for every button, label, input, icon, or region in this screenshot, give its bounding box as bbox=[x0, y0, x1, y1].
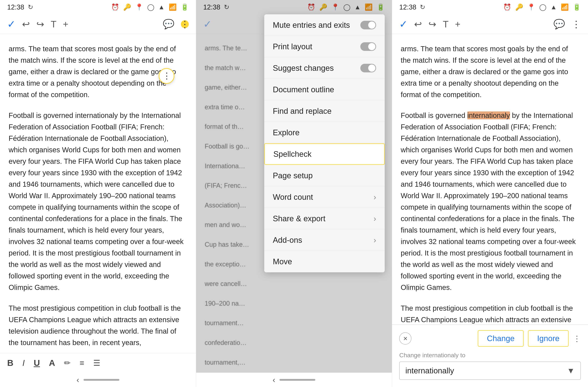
list-button[interactable]: ☰ bbox=[93, 358, 100, 367]
signal-icon-3: 📶 bbox=[561, 3, 569, 11]
arrow-word-count: › bbox=[374, 193, 376, 202]
menu-item-suggest-changes[interactable]: Suggest changes bbox=[264, 57, 385, 79]
menu-label-spellcheck: Spellcheck bbox=[273, 150, 312, 159]
menu-item-spellcheck[interactable]: Spellcheck bbox=[264, 143, 385, 165]
panel3-paragraph-2: Football is governed internationaly by t… bbox=[401, 110, 579, 293]
menu-label-document-outline: Document outline bbox=[273, 85, 334, 94]
menu-label-add-ons: Add-ons bbox=[273, 236, 302, 244]
alarm-icon: ⏰ bbox=[111, 3, 119, 11]
redo-button[interactable]: ↪ bbox=[36, 19, 44, 30]
back-arrow[interactable]: ‹ bbox=[77, 375, 79, 384]
arrow-add-ons: › bbox=[374, 236, 376, 244]
text-format-button-3[interactable]: T bbox=[443, 19, 448, 30]
menu-item-move[interactable]: Move bbox=[264, 251, 385, 272]
panel-2: 12:38 ↻ ⏰ 🔑 📍 ◯ ▲ 📶 🔋 ✓ arms. The te… th… bbox=[196, 0, 392, 387]
p2-before: Football is governed bbox=[401, 111, 467, 119]
wifi-icon-3: ▲ bbox=[550, 3, 557, 11]
change-button[interactable]: Change bbox=[478, 330, 524, 347]
misspelled-word: internationaly bbox=[467, 111, 510, 119]
check-button-3[interactable]: ✓ bbox=[399, 18, 408, 30]
highlight-button[interactable]: ✏ bbox=[64, 358, 71, 367]
bold-button[interactable]: B bbox=[7, 358, 13, 368]
toggle-print-layout[interactable] bbox=[360, 42, 376, 51]
battery-icon: 🔋 bbox=[181, 3, 189, 11]
toolbar-3: ✓ ↩ ↪ T + 💬 ⋮ bbox=[392, 14, 588, 34]
location-icon-3: 📍 bbox=[527, 3, 535, 11]
panel-1: 12:38 ↻ ⏰ 🔑 📍 ◯ ▲ 📶 🔋 ✓ ↩ ↪ T + 💬 ⋮ bbox=[0, 0, 196, 387]
signal-icon: 📶 bbox=[169, 3, 177, 11]
menu-item-find-replace[interactable]: Find and replace bbox=[264, 100, 385, 122]
time-3: 12:38 bbox=[399, 3, 416, 11]
sync-icon-3: ↻ bbox=[420, 3, 425, 11]
spellcheck-close-button[interactable]: × bbox=[399, 332, 411, 345]
redo-button-3[interactable]: ↪ bbox=[428, 19, 436, 30]
menu-label-print-layout: Print layout bbox=[273, 42, 312, 51]
comment-button[interactable]: 💬 bbox=[163, 19, 174, 30]
format-toolbar-1: B I U A ✏ ≡ ☰ bbox=[0, 353, 196, 373]
location-icon: 📍 bbox=[135, 3, 143, 11]
italic-button[interactable]: I bbox=[22, 358, 25, 368]
ignore-button[interactable]: Ignore bbox=[528, 330, 569, 347]
toggle-suggest-changes[interactable] bbox=[360, 64, 376, 72]
menu-item-add-ons[interactable]: Add-ons › bbox=[264, 229, 385, 251]
menu-item-explore[interactable]: Explore bbox=[264, 122, 385, 143]
comment-button-3[interactable]: 💬 bbox=[553, 19, 565, 30]
menu-item-mute[interactable]: Mute entries and exits bbox=[264, 14, 385, 36]
spellcheck-top-row: × Change Ignore ⋮ bbox=[399, 330, 581, 347]
menu-label-mute: Mute entries and exits bbox=[273, 20, 350, 30]
menu-label-move: Move bbox=[273, 257, 292, 266]
underline-button[interactable]: U bbox=[34, 358, 40, 368]
menu-label-word-count: Word count bbox=[273, 193, 313, 202]
menu-label-share-export: Share & export bbox=[273, 214, 326, 223]
doc-content-1: arms. The team that scores most goals by… bbox=[0, 34, 196, 353]
panel3-paragraph-1: arms. The team that scores most goals by… bbox=[401, 43, 579, 100]
menu-item-share-export[interactable]: Share & export › bbox=[264, 208, 385, 229]
menu-item-print-layout[interactable]: Print layout bbox=[264, 36, 385, 57]
home-indicator-1[interactable] bbox=[84, 379, 119, 381]
check-button[interactable]: ✓ bbox=[7, 18, 16, 30]
text-format-button[interactable]: T bbox=[51, 19, 57, 30]
home-indicator-2[interactable] bbox=[279, 379, 315, 381]
spellcheck-field-label: Change internationaly to bbox=[399, 352, 581, 359]
wifi-icon: ▲ bbox=[158, 3, 165, 11]
menu-label-find-replace: Find and replace bbox=[273, 107, 332, 116]
key-icon-3: 🔑 bbox=[515, 3, 523, 11]
suggestion-text: internationally bbox=[405, 366, 454, 375]
sync-icon: ↻ bbox=[28, 3, 33, 11]
menu-label-explore: Explore bbox=[273, 128, 299, 137]
more-icon: ⋮ bbox=[180, 19, 189, 30]
spellcheck-actions: Change Ignore ⋮ bbox=[478, 330, 581, 347]
status-bar-3: 12:38 ↻ ⏰ 🔑 📍 ◯ ▲ 📶 🔋 bbox=[392, 0, 588, 14]
close-icon: × bbox=[403, 334, 407, 343]
three-dot-menu-bubble[interactable]: ⋮ bbox=[159, 68, 174, 84]
circle-icon-3: ◯ bbox=[539, 3, 546, 11]
alarm-icon-3: ⏰ bbox=[503, 3, 511, 11]
paragraph-3: The most prestigious competition in club… bbox=[9, 303, 187, 348]
add-button-3[interactable]: + bbox=[455, 19, 460, 30]
undo-button[interactable]: ↩ bbox=[22, 19, 30, 30]
undo-button-3[interactable]: ↩ bbox=[414, 19, 422, 30]
spellcheck-bar: × Change Ignore ⋮ Change internationaly … bbox=[392, 325, 588, 387]
battery-icon-3: 🔋 bbox=[573, 3, 581, 11]
circle-icon: ◯ bbox=[147, 3, 154, 11]
text-color-button[interactable]: A bbox=[49, 358, 55, 368]
spellcheck-more-icon[interactable]: ⋮ bbox=[573, 334, 581, 343]
add-button[interactable]: + bbox=[63, 19, 68, 30]
back-arrow-2[interactable]: ‹ bbox=[273, 375, 275, 384]
menu-item-document-outline[interactable]: Document outline bbox=[264, 79, 385, 100]
dropdown-menu: Mute entries and exits Print layout Sugg… bbox=[264, 14, 385, 272]
menu-item-word-count[interactable]: Word count › bbox=[264, 186, 385, 208]
menu-label-page-setup: Page setup bbox=[273, 171, 313, 180]
menu-item-page-setup[interactable]: Page setup bbox=[264, 165, 385, 186]
highlight-dot[interactable]: ⋮ bbox=[181, 20, 189, 28]
status-bar-1: 12:38 ↻ ⏰ 🔑 📍 ◯ ▲ 📶 🔋 bbox=[0, 0, 196, 14]
time-1: 12:38 bbox=[7, 3, 24, 11]
spellcheck-suggestion-dropdown[interactable]: internationally ▼ bbox=[399, 362, 581, 380]
menu-label-suggest-changes: Suggest changes bbox=[273, 64, 334, 73]
panel-3: 12:38 ↻ ⏰ 🔑 📍 ◯ ▲ 📶 🔋 ✓ ↩ ↪ T + 💬 ⋮ arms… bbox=[392, 0, 588, 387]
toggle-mute[interactable] bbox=[360, 21, 376, 29]
more-button-3[interactable]: ⋮ bbox=[571, 19, 581, 30]
toolbar-1: ✓ ↩ ↪ T + 💬 ⋮ bbox=[0, 14, 196, 34]
align-button[interactable]: ≡ bbox=[80, 359, 84, 367]
three-dot-icon: ⋮ bbox=[162, 69, 171, 83]
